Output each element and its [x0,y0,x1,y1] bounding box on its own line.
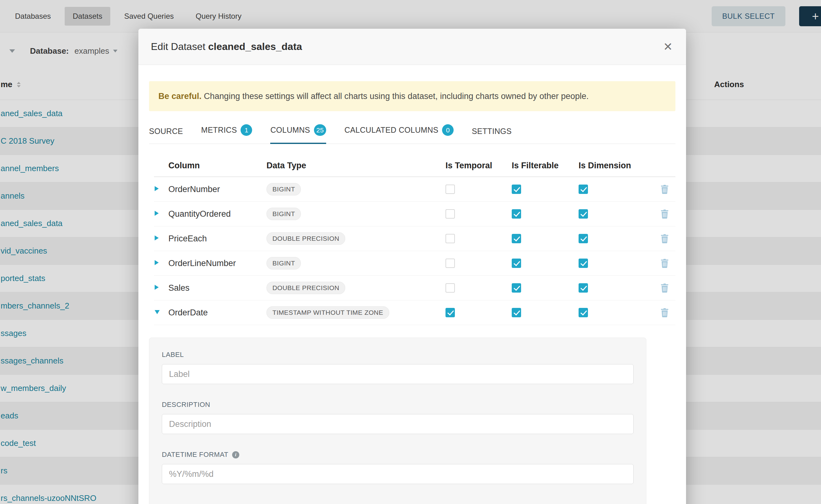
column-name: PriceEach [168,234,266,244]
columns-count-badge: 25 [314,124,326,136]
calculated-columns-count-badge: 0 [442,124,454,136]
column-detail-panel: LABEL DESCRIPTION DATETIME FORMAT i [149,338,646,504]
metrics-count-badge: 1 [240,124,252,136]
tab-settings-label: SETTINGS [472,127,512,136]
column-row: OrderNumber BIGINT [154,177,675,202]
trash-icon [660,210,669,219]
close-icon[interactable]: ✕ [660,39,675,54]
is-dimension-header: Is Dimension [579,161,654,170]
expand-caret-icon[interactable] [155,285,159,290]
is-dimension-checkbox[interactable] [579,259,588,268]
label-field-group: LABEL [162,350,634,384]
description-field-label: DESCRIPTION [162,400,634,409]
warning-banner-bold: Be careful. [158,91,201,101]
description-field-group: DESCRIPTION [162,400,634,434]
delete-column-button[interactable] [660,210,669,219]
modal-title-dataset-name: cleaned_sales_data [208,41,302,52]
is-temporal-checkbox[interactable] [446,283,455,293]
datetime-format-field-label: DATETIME FORMAT i [162,450,634,459]
is-dimension-checkbox[interactable] [579,283,588,293]
column-row: PriceEach DOUBLE PRECISION [154,226,675,251]
description-input[interactable] [162,414,634,434]
is-filterable-header: Is Filterable [512,161,579,170]
data-type-header: Data Type [266,161,446,170]
tab-metrics-label: METRICS [201,126,237,135]
column-row: OrderLineNumber BIGINT [154,251,675,276]
is-filterable-checkbox[interactable] [512,185,521,194]
tab-columns[interactable]: COLUMNS 25 [270,124,326,144]
columns-table-body: OrderNumber BIGINT QuantityOrdered BIGIN… [154,177,675,325]
is-temporal-checkbox[interactable] [446,209,455,219]
delete-column-button[interactable] [660,234,669,243]
tab-calculated-columns-label: CALCULATED COLUMNS [344,126,438,135]
trash-icon [660,234,669,243]
data-type-pill: TIMESTAMP WITHOUT TIME ZONE [266,306,389,319]
column-name: OrderLineNumber [168,259,266,268]
columns-table: Column Data Type Is Temporal Is Filterab… [154,155,675,325]
column-name: OrderDate [168,308,266,318]
data-type-pill: BIGINT [266,183,301,195]
warning-banner-text: Changing these settings will affect all … [201,91,589,101]
column-row: OrderDate TIMESTAMP WITHOUT TIME ZONE [154,300,675,325]
column-row: QuantityOrdered BIGINT [154,202,675,226]
tab-metrics[interactable]: METRICS 1 [201,124,252,144]
info-icon[interactable]: i [232,451,239,458]
is-temporal-checkbox[interactable] [446,185,455,194]
warning-banner: Be careful. Changing these settings will… [149,81,675,111]
column-row: Sales DOUBLE PRECISION [154,276,675,300]
tab-columns-label: COLUMNS [270,126,310,135]
tab-calculated-columns[interactable]: CALCULATED COLUMNS 0 [344,124,454,144]
is-dimension-checkbox[interactable] [579,209,588,219]
column-name: OrderNumber [168,185,266,194]
is-temporal-checkbox[interactable] [446,259,455,268]
tab-source[interactable]: SOURCE [149,127,183,144]
data-type-pill: DOUBLE PRECISION [266,282,345,294]
is-temporal-checkbox[interactable] [446,308,455,317]
data-type-pill: BIGINT [266,208,301,220]
is-dimension-checkbox[interactable] [579,308,588,317]
columns-table-header: Column Data Type Is Temporal Is Filterab… [154,155,675,177]
trash-icon [660,284,669,293]
trash-icon [660,308,669,317]
expand-caret-icon[interactable] [155,260,159,265]
column-name: Sales [168,283,266,293]
is-filterable-checkbox[interactable] [512,283,521,293]
is-temporal-checkbox[interactable] [446,234,455,243]
trash-icon [660,185,669,194]
modal-title: Edit Dataset cleaned_sales_data [151,41,302,52]
is-dimension-checkbox[interactable] [579,234,588,243]
is-filterable-checkbox[interactable] [512,308,521,317]
trash-icon [660,259,669,268]
is-filterable-checkbox[interactable] [512,234,521,243]
label-field-label: LABEL [162,350,634,359]
label-input[interactable] [162,364,634,384]
data-type-pill: DOUBLE PRECISION [266,232,345,245]
is-filterable-checkbox[interactable] [512,259,521,268]
modal-header: Edit Dataset cleaned_sales_data ✕ [138,29,686,65]
data-type-pill: BIGINT [266,257,301,269]
datetime-format-input[interactable] [162,464,634,484]
modal-title-prefix: Edit Dataset [151,41,205,52]
collapse-caret-icon[interactable] [155,310,160,314]
expand-caret-icon[interactable] [155,186,159,191]
column-header: Column [168,161,266,170]
column-name: QuantityOrdered [168,209,266,219]
datetime-format-field-group: DATETIME FORMAT i [162,450,634,484]
is-temporal-header: Is Temporal [446,161,512,170]
edit-dataset-modal: Edit Dataset cleaned_sales_data ✕ Be car… [138,29,686,504]
modal-body: Be careful. Changing these settings will… [138,65,686,504]
delete-column-button[interactable] [660,308,669,317]
delete-column-button[interactable] [660,185,669,194]
is-dimension-checkbox[interactable] [579,185,588,194]
delete-column-button[interactable] [660,259,669,268]
modal-tabs: SOURCE METRICS 1 COLUMNS 25 CALCULATED C… [149,124,675,144]
expand-caret-icon[interactable] [155,211,159,216]
tab-source-label: SOURCE [149,127,183,136]
tab-settings[interactable]: SETTINGS [472,127,512,144]
delete-column-button[interactable] [660,284,669,293]
is-filterable-checkbox[interactable] [512,209,521,219]
expand-caret-icon[interactable] [155,235,159,240]
